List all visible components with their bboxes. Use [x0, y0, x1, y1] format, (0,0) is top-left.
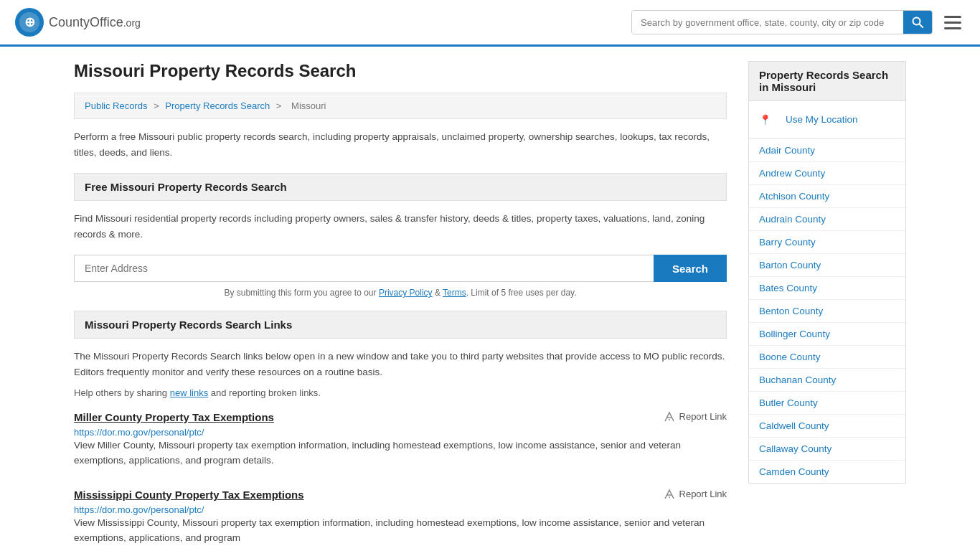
- main-container: Missouri Property Records Search Public …: [60, 47, 920, 551]
- free-search-description: Find Missouri residential property recor…: [74, 211, 727, 242]
- global-search-bar: [631, 10, 933, 34]
- link-card-header-1: Mississippi County Property Tax Exemptio…: [74, 489, 727, 501]
- sidebar-item-andrew-county[interactable]: Andrew County: [749, 162, 905, 185]
- sidebar-item-bates-county[interactable]: Bates County: [749, 277, 905, 300]
- sidebar-county-link-3[interactable]: Audrain County: [749, 208, 905, 230]
- new-links-link[interactable]: new links: [170, 387, 208, 398]
- sidebar-county-link-6[interactable]: Bates County: [749, 277, 905, 299]
- sidebar-item-camden-county[interactable]: Camden County: [749, 461, 905, 483]
- form-note-after: . Limit of 5 free uses per day.: [466, 288, 577, 298]
- global-search-input[interactable]: [632, 11, 903, 34]
- sidebar-county-link-11[interactable]: Butler County: [749, 392, 905, 414]
- search-icon: [912, 17, 923, 28]
- sidebar-item-audrain-county[interactable]: Audrain County: [749, 208, 905, 231]
- link-card-title-1[interactable]: Mississippi County Property Tax Exemptio…: [74, 489, 304, 501]
- logo-area: ⊕ CountyOffice.org: [14, 7, 141, 37]
- sidebar-title: Property Records Search in Missouri: [748, 61, 906, 101]
- sidebar-use-location[interactable]: 📍 Use My Location: [749, 101, 905, 139]
- report-icon-1: [664, 489, 675, 500]
- address-search-form: Search: [74, 255, 727, 282]
- report-icon-0: [664, 411, 675, 423]
- sidebar-county-link-10[interactable]: Buchanan County: [749, 369, 905, 391]
- link-card-0: Miller County Property Tax Exemptions Re…: [74, 411, 727, 468]
- address-search-button[interactable]: Search: [654, 255, 727, 282]
- help-text-before: Help others by sharing: [74, 387, 170, 398]
- svg-point-6: [669, 419, 670, 420]
- logo-icon: ⊕: [14, 7, 44, 37]
- global-search-button[interactable]: [903, 11, 932, 34]
- form-note-and: &: [433, 288, 443, 298]
- site-header: ⊕ CountyOffice.org: [0, 0, 980, 47]
- sidebar-item-barry-county[interactable]: Barry County: [749, 231, 905, 254]
- logo-suffix: .org: [123, 17, 141, 29]
- report-link-button-0[interactable]: Report Link: [664, 411, 727, 423]
- logo-name: CountyOffice: [49, 15, 123, 29]
- link-url-1[interactable]: https://dor.mo.gov/personal/ptc/: [74, 504, 204, 515]
- link-url-0[interactable]: https://dor.mo.gov/personal/ptc/: [74, 427, 204, 438]
- use-location-link[interactable]: Use My Location: [776, 108, 868, 131]
- page-description: Perform a free Missouri public property …: [74, 129, 727, 160]
- menu-line-2: [944, 22, 961, 24]
- sidebar-county-link-0[interactable]: Adair County: [749, 139, 905, 161]
- help-text-after: and reporting broken links.: [208, 387, 321, 398]
- logo-text: CountyOffice.org: [49, 15, 141, 30]
- breadcrumb-public-records[interactable]: Public Records: [85, 100, 147, 111]
- breadcrumb-current: Missouri: [291, 100, 326, 111]
- terms-link[interactable]: Terms: [443, 288, 466, 298]
- sidebar-item-atchison-county[interactable]: Atchison County: [749, 185, 905, 208]
- sidebar-item-butler-county[interactable]: Butler County: [749, 392, 905, 415]
- sidebar: Property Records Search in Missouri 📍 Us…: [748, 61, 906, 551]
- svg-point-8: [669, 496, 670, 498]
- sidebar-county-link-14[interactable]: Camden County: [749, 461, 905, 483]
- link-card-desc-1: View Mississippi County, Missouri proper…: [74, 515, 727, 546]
- sidebar-county-link-9[interactable]: Boone County: [749, 346, 905, 368]
- free-search-heading: Free Missouri Property Records Search: [74, 173, 727, 201]
- sidebar-item-bollinger-county[interactable]: Bollinger County: [749, 323, 905, 346]
- pin-icon: 📍: [759, 114, 771, 126]
- sidebar-county-link-12[interactable]: Caldwell County: [749, 415, 905, 437]
- sidebar-item-boone-county[interactable]: Boone County: [749, 346, 905, 369]
- sidebar-county-link-4[interactable]: Barry County: [749, 231, 905, 253]
- breadcrumb-sep-1: >: [154, 100, 161, 111]
- sidebar-item-callaway-county[interactable]: Callaway County: [749, 438, 905, 461]
- sidebar-item-barton-county[interactable]: Barton County: [749, 254, 905, 277]
- sidebar-county-link-13[interactable]: Callaway County: [749, 438, 905, 460]
- sidebar-item-benton-county[interactable]: Benton County: [749, 300, 905, 323]
- privacy-policy-link[interactable]: Privacy Policy: [379, 288, 433, 298]
- sidebar-county-link-5[interactable]: Barton County: [749, 254, 905, 276]
- svg-text:⊕: ⊕: [24, 15, 35, 29]
- address-input[interactable]: [74, 255, 654, 282]
- header-controls: [631, 10, 966, 34]
- sidebar-item-buchanan-county[interactable]: Buchanan County: [749, 369, 905, 392]
- link-cards-container: Miller County Property Tax Exemptions Re…: [74, 411, 727, 546]
- sidebar-county-link-2[interactable]: Atchison County: [749, 185, 905, 207]
- form-note-before: By submitting this form you agree to our: [224, 288, 378, 298]
- sidebar-county-link-8[interactable]: Bollinger County: [749, 323, 905, 345]
- page-title: Missouri Property Records Search: [74, 61, 727, 81]
- breadcrumb-sep-2: >: [276, 100, 284, 111]
- menu-line-3: [944, 27, 961, 29]
- sidebar-county-link-1[interactable]: Andrew County: [749, 162, 905, 184]
- links-description: The Missouri Property Records Search lin…: [74, 349, 727, 380]
- link-card-desc-0: View Miller County, Missouri property ta…: [74, 438, 727, 468]
- menu-line-1: [944, 16, 961, 18]
- links-section-heading: Missouri Property Records Search Links: [74, 311, 727, 339]
- sidebar-county-link-7[interactable]: Benton County: [749, 300, 905, 322]
- help-text: Help others by sharing new links and rep…: [74, 387, 727, 398]
- sidebar-item-adair-county[interactable]: Adair County: [749, 139, 905, 162]
- breadcrumb-property-records-search[interactable]: Property Records Search: [165, 100, 270, 111]
- report-link-button-1[interactable]: Report Link: [664, 489, 727, 500]
- menu-button[interactable]: [940, 11, 966, 34]
- link-card-title-0[interactable]: Miller County Property Tax Exemptions: [74, 411, 274, 423]
- sidebar-item-caldwell-county[interactable]: Caldwell County: [749, 415, 905, 438]
- link-card-1: Mississippi County Property Tax Exemptio…: [74, 489, 727, 546]
- breadcrumb: Public Records > Property Records Search…: [74, 93, 727, 119]
- link-card-header-0: Miller County Property Tax Exemptions Re…: [74, 411, 727, 423]
- sidebar-county-list: 📍 Use My Location Adair CountyAndrew Cou…: [748, 101, 906, 484]
- svg-line-4: [920, 24, 923, 28]
- content-area: Missouri Property Records Search Public …: [74, 61, 727, 551]
- form-note: By submitting this form you agree to our…: [74, 288, 727, 298]
